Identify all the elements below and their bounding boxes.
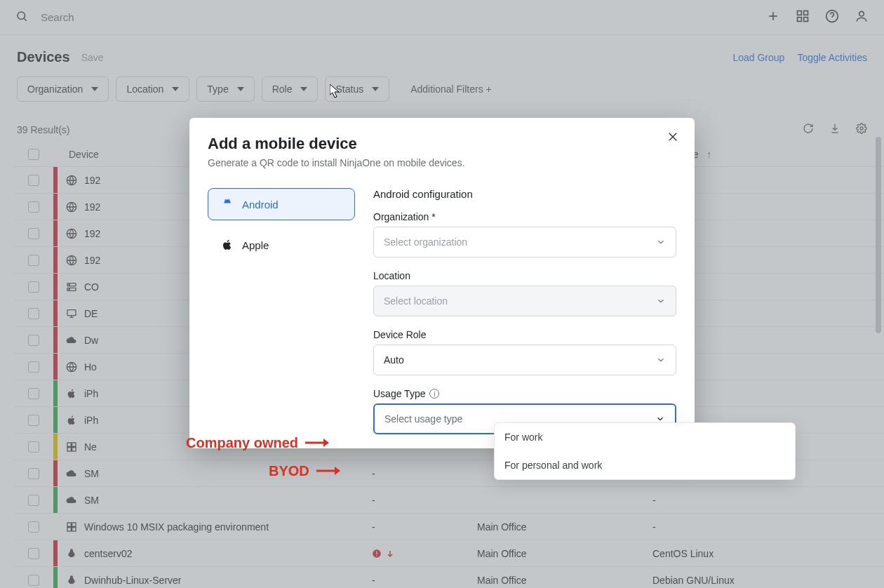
location-label: Location [373, 270, 676, 281]
location-select: Select location [373, 286, 676, 316]
usage-type-placeholder: Select usage type [384, 413, 462, 425]
usage-option-work[interactable]: For work [495, 423, 795, 451]
form-section-title: Android configuration [373, 188, 676, 200]
modal-subtitle: Generate a QR code to install NinjaOne o… [208, 157, 676, 168]
organization-select[interactable]: Select organization [373, 227, 676, 258]
arrow-icon [305, 434, 329, 452]
modal-overlay: Add a mobile device Generate a QR code t… [0, 0, 884, 588]
svg-marker-39 [323, 439, 329, 447]
organization-placeholder: Select organization [384, 236, 467, 248]
close-icon[interactable] [667, 131, 679, 145]
modal-title: Add a mobile device [208, 135, 676, 153]
svg-marker-41 [335, 467, 340, 475]
tab-android[interactable]: Android [208, 188, 355, 220]
device-role-select[interactable]: Auto [373, 345, 676, 375]
tab-android-label: Android [242, 199, 279, 211]
device-role-value: Auto [384, 354, 404, 366]
usage-type-label: Usage Type i [373, 388, 676, 399]
location-placeholder: Select location [384, 295, 448, 307]
device-role-label: Device Role [373, 329, 676, 340]
organization-label: Organization * [373, 211, 676, 222]
usage-type-options: For work For personal and work [494, 422, 796, 480]
add-mobile-device-modal: Add a mobile device Generate a QR code t… [189, 118, 695, 448]
usage-option-personal-work[interactable]: For personal and work [495, 451, 795, 479]
arrow-icon [316, 462, 340, 480]
info-icon[interactable]: i [429, 389, 439, 399]
annotation-byod: BYOD [269, 462, 340, 480]
annotation-company-owned: Company owned [186, 434, 329, 452]
tab-apple-label: Apple [242, 239, 269, 251]
tab-apple[interactable]: Apple [208, 229, 355, 261]
